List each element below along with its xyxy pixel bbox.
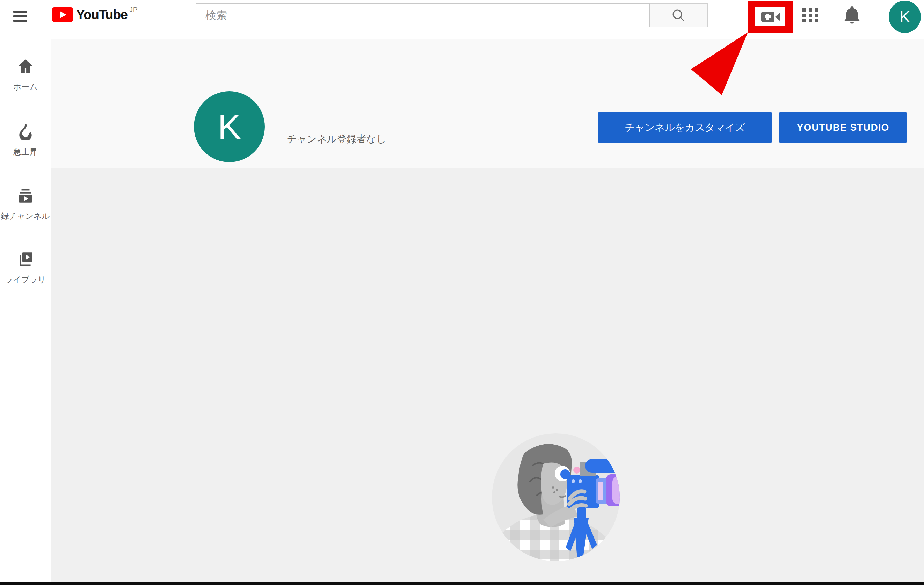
upload-illustration — [491, 432, 621, 562]
youtube-studio-button[interactable]: YOUTUBE STUDIO — [779, 112, 907, 142]
account-avatar[interactable]: K — [889, 1, 921, 33]
logo-region-label: JP — [129, 6, 138, 14]
sidebar-item-home[interactable]: ホーム — [0, 58, 51, 92]
sidebar: ホーム 急上昇 録チャンネル ライブラリ — [0, 39, 51, 585]
youtube-logo[interactable]: YouTube JP — [52, 7, 138, 22]
sidebar-item-label: 録チャンネル — [0, 211, 51, 221]
sidebar-item-subscriptions[interactable]: 録チャンネル — [0, 187, 51, 221]
menu-icon[interactable] — [13, 11, 27, 22]
sidebar-item-label: 急上昇 — [0, 146, 51, 157]
search-button[interactable] — [650, 3, 708, 27]
notifications-bell-icon[interactable] — [843, 6, 861, 25]
apps-grid-icon[interactable] — [802, 8, 818, 22]
sidebar-item-label: ホーム — [0, 81, 51, 92]
youtube-play-icon — [52, 7, 73, 22]
annotation-box — [747, 2, 793, 33]
trending-flame-icon — [17, 123, 34, 140]
subscriber-status: チャンネル登録者なし — [287, 132, 386, 146]
create-video-button[interactable] — [755, 7, 785, 26]
search-input[interactable] — [196, 3, 650, 27]
sidebar-item-library[interactable]: ライブラリ — [0, 251, 51, 285]
library-icon — [17, 251, 34, 268]
sidebar-item-label: ライブラリ — [0, 274, 51, 285]
logo-wordmark: YouTube — [76, 7, 127, 22]
channel-avatar[interactable]: K — [194, 91, 265, 162]
home-icon — [17, 58, 34, 75]
channel-header: K チャンネル登録者なし チャンネルをカスタマイズ YOUTUBE STUDIO… — [51, 39, 924, 168]
search-icon — [670, 7, 686, 23]
channel-content-area: 動画をアップロードしてください 自分のストーリーやアイデアを共有してユーザーにア… — [51, 168, 924, 585]
bottom-divider-bar — [0, 582, 924, 585]
sidebar-item-trending[interactable]: 急上昇 — [0, 123, 51, 157]
video-create-icon — [758, 9, 783, 25]
customize-channel-button[interactable]: チャンネルをカスタマイズ — [598, 112, 772, 142]
top-app-bar: YouTube JP K — [0, 0, 924, 39]
subscriptions-icon — [17, 187, 34, 205]
